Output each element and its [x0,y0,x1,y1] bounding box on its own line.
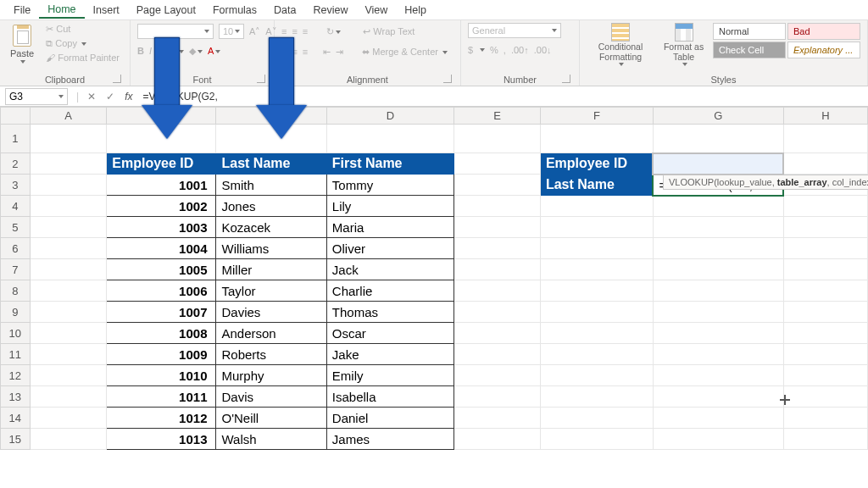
row-header-1[interactable]: 1 [1,125,31,153]
bold-button[interactable]: B [137,46,144,56]
paste-button[interactable]: Paste [7,23,37,65]
cell-D12[interactable]: Emily [326,365,453,386]
cell-A12[interactable] [30,365,107,386]
row-header-6[interactable]: 6 [1,238,31,259]
cell-D6[interactable]: Oliver [326,238,453,259]
tab-page-layout[interactable]: Page Layout [128,2,204,18]
cell-F1[interactable] [540,125,653,153]
cell-E14[interactable] [454,408,541,429]
increase-decimal-button[interactable]: .00↑ [511,45,529,55]
cell-B13[interactable]: 1011 [107,386,216,408]
align-top-icon[interactable]: ≡ [281,26,287,36]
cell-D8[interactable]: Charlie [326,280,453,302]
cell-A3[interactable] [30,175,107,196]
cell-G15[interactable] [653,429,783,450]
col-A[interactable]: A [30,108,107,125]
cell-H1[interactable] [783,125,867,153]
cell-D2[interactable]: First Name [326,153,453,175]
row-header-15[interactable]: 15 [1,429,31,450]
row-header-11[interactable]: 11 [1,344,31,365]
cell-A8[interactable] [30,280,107,302]
fx-button[interactable]: fx [120,91,137,103]
cell-G2[interactable] [653,153,783,175]
cell-G7[interactable] [653,259,783,280]
cell-A1[interactable] [30,125,107,153]
cell-C14[interactable]: O'Neill [216,408,326,429]
row-header-10[interactable]: 10 [1,323,31,344]
cell-B4[interactable]: 1002 [107,196,216,217]
col-G[interactable]: G [653,108,783,125]
cell-E15[interactable] [454,429,541,450]
cell-B14[interactable]: 1012 [107,408,216,429]
dialog-launcher-icon[interactable] [562,75,570,83]
cell-A15[interactable] [30,429,107,450]
increase-font-icon[interactable]: A˄ [249,26,260,37]
row-header-2[interactable]: 2 [1,153,31,175]
cell-B8[interactable]: 1006 [107,280,216,302]
cell-H13[interactable] [783,386,867,408]
cell-F15[interactable] [540,429,653,450]
cell-H8[interactable] [783,280,867,302]
row-header-5[interactable]: 5 [1,217,31,238]
cell-C5[interactable]: Kozacek [216,217,326,238]
cell-F8[interactable] [540,280,653,302]
cell-F7[interactable] [540,259,653,280]
cell-F12[interactable] [540,365,653,386]
cell-B2[interactable]: Employee ID [107,153,216,175]
cell-H15[interactable] [783,429,867,450]
cell-G14[interactable] [653,408,783,429]
font-color-button[interactable]: A [208,46,220,56]
dialog-launcher-icon[interactable] [113,75,121,83]
row-header-9[interactable]: 9 [1,302,31,323]
cell-C6[interactable]: Williams [216,238,326,259]
cell-C4[interactable]: Jones [216,196,326,217]
decrease-decimal-button[interactable]: .00↓ [534,45,552,55]
cell-G5[interactable] [653,217,783,238]
cell-C3[interactable]: Smith [216,175,326,196]
cell-D1[interactable] [326,125,453,153]
spreadsheet-grid[interactable]: A B C D E F G H 12Employee IDLast NameFi… [0,107,868,488]
cell-H2[interactable] [783,153,867,175]
row-header-7[interactable]: 7 [1,259,31,280]
cell-G4[interactable] [653,196,783,217]
cell-H4[interactable] [783,196,867,217]
cell-E1[interactable] [454,125,541,153]
cell-H6[interactable] [783,238,867,259]
conditional-formatting-button[interactable]: Conditional Formatting [587,23,654,66]
font-size-select[interactable]: 10 [219,24,244,39]
cell-B3[interactable]: 1001 [107,175,216,196]
cell-F11[interactable] [540,344,653,365]
copy-button[interactable]: ⧉ Copy [42,37,123,50]
cell-G12[interactable] [653,365,783,386]
cell-A7[interactable] [30,259,107,280]
cell-H11[interactable] [783,344,867,365]
cell-F13[interactable] [540,386,653,408]
cell-D14[interactable]: Daniel [326,408,453,429]
format-painter-button[interactable]: 🖌 Format Painter [42,52,123,64]
row-header-13[interactable]: 13 [1,386,31,408]
style-bad[interactable]: Bad [787,23,860,40]
col-E[interactable]: E [454,108,541,125]
cell-D13[interactable]: Isabella [326,386,453,408]
cell-G11[interactable] [653,344,783,365]
align-middle-icon[interactable]: ≡ [292,26,297,36]
cut-button[interactable]: ✂ Cut [42,23,123,36]
cell-E4[interactable] [454,196,541,217]
name-box[interactable]: G3 [5,88,68,105]
cell-G8[interactable] [653,280,783,302]
tab-review[interactable]: Review [304,2,356,18]
tab-view[interactable]: View [356,2,396,18]
cell-D7[interactable]: Jack [326,259,453,280]
wrap-text-button[interactable]: ↩ Wrap Text [363,26,415,37]
cell-C2[interactable]: Last Name [216,153,326,175]
cell-C7[interactable]: Miller [216,259,326,280]
col-D[interactable]: D [326,108,453,125]
cell-A9[interactable] [30,302,107,323]
cell-A13[interactable] [30,386,107,408]
cell-H5[interactable] [783,217,867,238]
cell-C13[interactable]: Davis [216,386,326,408]
cell-E5[interactable] [454,217,541,238]
cell-E7[interactable] [454,259,541,280]
cell-D10[interactable]: Oscar [326,323,453,344]
decrease-indent-icon[interactable]: ⇤ [323,47,331,58]
